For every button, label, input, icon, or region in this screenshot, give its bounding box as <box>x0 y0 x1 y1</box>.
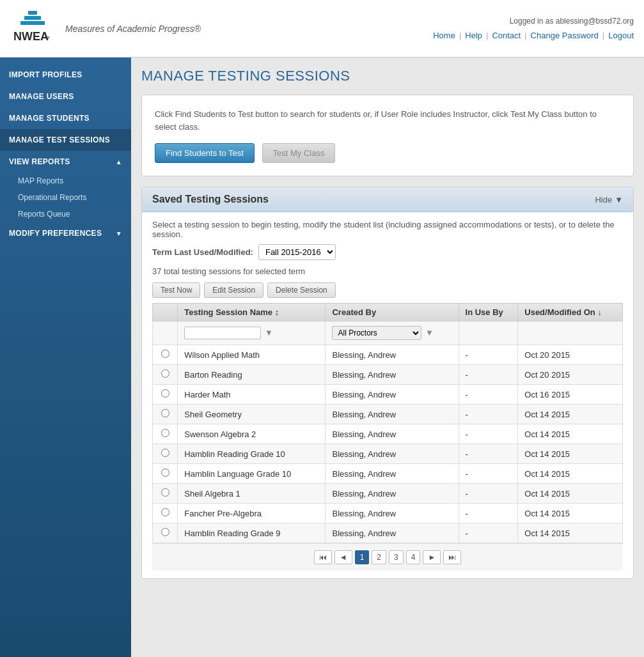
row-name-cell: Wilson Applied Math <box>178 345 326 365</box>
row-inuse-cell: - <box>459 345 518 365</box>
row-name-cell: Fancher Pre-Algebra <box>178 504 326 523</box>
row-created-cell: Blessing, Andrew <box>326 405 459 424</box>
session-radio-6[interactable] <box>161 468 169 477</box>
row-inuse-cell: - <box>459 365 518 385</box>
filter-modified-cell <box>518 321 623 345</box>
table-row: Swenson Algebra 2 Blessing, Andrew - Oct… <box>153 424 623 444</box>
sidebar-sub-reports-queue[interactable]: Reports Queue <box>0 206 131 222</box>
sidebar-item-manage-students[interactable]: MANAGE STUDENTS <box>0 107 131 129</box>
col-header-name[interactable]: Testing Session Name ↕ <box>178 304 326 321</box>
name-filter-icon[interactable]: ▼ <box>265 328 273 337</box>
select-text: Select a testing session to begin testin… <box>152 220 623 239</box>
row-name-cell: Sheil Geometry <box>178 405 326 424</box>
sidebar-sub-map-reports[interactable]: MAP Reports <box>0 173 131 189</box>
session-radio-9[interactable] <box>161 528 169 536</box>
row-modified-cell: Oct 20 2015 <box>518 365 623 385</box>
page-last-btn[interactable]: ⏭ <box>443 550 461 564</box>
test-now-button[interactable]: Test Now <box>152 282 200 298</box>
page-first-btn[interactable]: ⏮ <box>314 550 332 564</box>
row-created-cell: Blessing, Andrew <box>326 484 459 504</box>
sidebar-item-modify-preferences[interactable]: MODIFY PREFERENCES ▼ <box>0 222 131 244</box>
session-radio-0[interactable] <box>161 350 169 358</box>
table-row: Wilson Applied Math Blessing, Andrew - O… <box>153 345 623 365</box>
row-radio-cell <box>153 405 178 424</box>
table-row: Hamblin Reading Grade 10 Blessing, Andre… <box>153 444 623 464</box>
term-label: Term Last Used/Modified: <box>152 247 253 257</box>
filter-inuse-cell <box>459 321 518 345</box>
table-row: Harder Math Blessing, Andrew - Oct 16 20… <box>153 385 623 405</box>
col-header-modified-on[interactable]: Used/Modified On ↓ <box>518 304 623 321</box>
hide-button[interactable]: Hide ▼ <box>595 195 623 205</box>
row-radio-cell <box>153 424 178 444</box>
svg-rect-2 <box>20 21 45 25</box>
row-created-cell: Blessing, Andrew <box>326 345 459 365</box>
row-radio-cell <box>153 345 178 365</box>
home-link[interactable]: Home <box>433 31 455 40</box>
sessions-table: Testing Session Name ↕ Created By In Use… <box>152 303 623 543</box>
sessions-body: Select a testing session to begin testin… <box>142 212 633 578</box>
page-next-btn[interactable]: ► <box>423 550 441 564</box>
pagination: ⏮ ◄ 1 2 3 4 ► ⏭ <box>152 543 623 571</box>
sessions-tbody: Wilson Applied Math Blessing, Andrew - O… <box>153 345 623 543</box>
session-radio-1[interactable] <box>161 369 169 378</box>
session-radio-3[interactable] <box>161 409 169 417</box>
row-created-cell: Blessing, Andrew <box>326 504 459 523</box>
row-name-cell: Hamblin Language Grade 10 <box>178 464 326 484</box>
row-name-cell: Hamblin Reading Grade 9 <box>178 523 326 543</box>
row-created-cell: Blessing, Andrew <box>326 365 459 385</box>
page-4-btn[interactable]: 4 <box>406 550 421 564</box>
page-3-btn[interactable]: 3 <box>389 550 404 564</box>
session-radio-4[interactable] <box>161 429 169 437</box>
row-modified-cell: Oct 14 2015 <box>518 424 623 444</box>
row-modified-cell: Oct 14 2015 <box>518 484 623 504</box>
table-toolbar: Test Now Edit Session Delete Session <box>152 282 623 298</box>
edit-session-button[interactable]: Edit Session <box>204 282 263 298</box>
svg-text:™: ™ <box>44 35 50 42</box>
row-radio-cell <box>153 484 178 504</box>
filter-created-cell: All Proctors ▼ <box>326 321 459 345</box>
session-name-filter[interactable] <box>184 327 261 339</box>
sidebar-sub-operational-reports[interactable]: Operational Reports <box>0 189 131 206</box>
change-password-link[interactable]: Change Password <box>531 31 599 40</box>
logout-link[interactable]: Logout <box>608 31 634 40</box>
sidebar-item-manage-test-sessions[interactable]: MANAGE TEST SESSIONS <box>0 129 131 151</box>
logged-in-text: Logged in as ablessing@bssd72.org <box>510 17 634 26</box>
page-prev-btn[interactable]: ◄ <box>334 550 352 564</box>
delete-session-button[interactable]: Delete Session <box>267 282 336 298</box>
sidebar-item-manage-users[interactable]: MANAGE USERS <box>0 86 131 107</box>
table-row: Hamblin Language Grade 10 Blessing, Andr… <box>153 464 623 484</box>
row-created-cell: Blessing, Andrew <box>326 523 459 543</box>
contact-link[interactable]: Contact <box>492 31 521 40</box>
table-row: Barton Reading Blessing, Andrew - Oct 20… <box>153 365 623 385</box>
created-by-filter[interactable]: All Proctors <box>332 326 421 340</box>
main-content: MANAGE TESTING SESSIONS Click Find Stude… <box>131 58 644 657</box>
row-name-cell: Swenson Algebra 2 <box>178 424 326 444</box>
sidebar: IMPORT PROFILES MANAGE USERS MANAGE STUD… <box>0 58 131 657</box>
session-radio-8[interactable] <box>161 508 169 516</box>
help-link[interactable]: Help <box>465 31 482 40</box>
page-2-btn[interactable]: 2 <box>372 550 386 564</box>
session-radio-5[interactable] <box>161 449 169 457</box>
row-modified-cell: Oct 14 2015 <box>518 523 623 543</box>
row-inuse-cell: - <box>459 523 518 543</box>
nav-links: Home | Help | Contact | Change Password … <box>433 31 634 40</box>
view-reports-chevron: ▲ <box>116 158 122 166</box>
term-select[interactable]: Fall 2015-2016 <box>258 244 336 260</box>
info-text: Click Find Students to Test button to se… <box>155 108 620 133</box>
term-row: Term Last Used/Modified: Fall 2015-2016 <box>152 244 623 260</box>
session-radio-2[interactable] <box>161 389 169 398</box>
modify-prefs-chevron: ▼ <box>116 230 122 237</box>
session-radio-7[interactable] <box>161 488 169 497</box>
hide-chevron-icon: ▼ <box>615 195 623 205</box>
page-1-btn[interactable]: 1 <box>355 550 370 564</box>
row-created-cell: Blessing, Andrew <box>326 385 459 405</box>
row-radio-cell <box>153 464 178 484</box>
proctors-filter-icon[interactable]: ▼ <box>425 328 434 337</box>
header: NWEA ™ Measures of Academic Progress® Lo… <box>0 0 644 58</box>
svg-rect-1 <box>24 16 41 20</box>
col-header-created-by[interactable]: Created By <box>326 304 459 321</box>
find-students-button[interactable]: Find Students to Test <box>155 143 255 163</box>
sidebar-item-view-reports[interactable]: VIEW REPORTS ▲ <box>0 151 131 173</box>
row-radio-cell <box>153 523 178 543</box>
sidebar-item-import-profiles[interactable]: IMPORT PROFILES <box>0 64 131 86</box>
